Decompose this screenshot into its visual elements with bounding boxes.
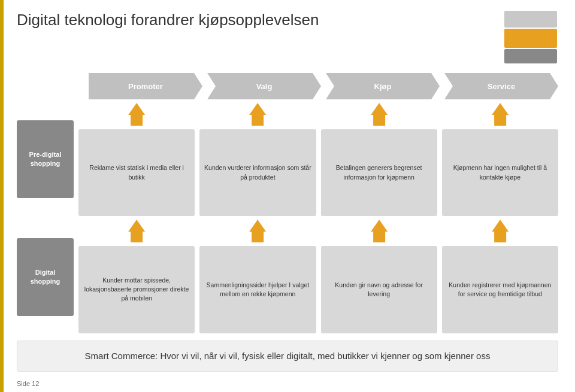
phase-kjop: Kjøp [326, 73, 440, 99]
up-arrow-icon-3d [442, 220, 558, 242]
page-footer: Side 12 [0, 378, 575, 392]
header: Digital teknologi forandrer kjøpsoppleve… [0, 0, 575, 69]
up-arrow-icon-2d [321, 220, 437, 242]
cells-area: Reklame vist statisk i media eller i but… [78, 103, 558, 333]
arrow-up-1-pre [199, 103, 316, 126]
arrow-up-0-dig [78, 220, 195, 242]
row-label-predigital: Pre-digital shopping [17, 120, 74, 198]
arrow-up-1-dig [199, 220, 316, 242]
page-title: Digital teknologi forandrer kjøpsoppleve… [17, 11, 504, 29]
col-3: Kjøpmenn har ingen mulighet til å kontak… [442, 103, 558, 333]
row-label-digital: Digital shopping [17, 238, 74, 316]
svg-marker-3 [249, 220, 266, 242]
phase-service: Service [444, 73, 558, 99]
cell-dig-0: Kunder mottar spissede, lokasjonsbaserte… [78, 246, 195, 333]
arrow-up-2-pre [321, 103, 437, 126]
up-arrow-icon-1 [199, 103, 316, 126]
phase-row: Promoter Valg Kjøp Service [0, 69, 575, 101]
up-arrow-icon-1d [199, 220, 316, 242]
arrow-up-3-dig [442, 220, 558, 242]
svg-marker-6 [492, 103, 509, 126]
svg-marker-0 [128, 103, 145, 126]
cell-dig-1: Sammenligningssider hjelper I valget mel… [199, 246, 316, 333]
svg-marker-2 [249, 103, 266, 126]
bottom-banner: Smart Commerce: Hvor vi vil, når vi vil,… [17, 341, 558, 372]
header-image-3 [504, 49, 557, 63]
up-arrow-icon-0 [78, 103, 195, 126]
phase-arrows: Promoter Valg Kjøp Service [89, 73, 558, 99]
cell-dig-2: Kunden gir navn og adresse for levering [321, 246, 437, 333]
rows-wrapper: Pre-digital shopping Digital shopping Re… [0, 101, 575, 336]
up-arrow-icon-0d [78, 220, 195, 242]
arrow-up-3-pre [442, 103, 558, 126]
col-0: Reklame vist statisk i media eller i but… [78, 103, 195, 333]
col-1: Kunden vurderer informasjon som står på … [199, 103, 316, 333]
label-column: Pre-digital shopping Digital shopping [17, 103, 74, 333]
arrow-up-2-dig [321, 220, 437, 242]
header-image-1 [504, 11, 557, 28]
svg-marker-7 [492, 220, 509, 242]
page: Digital teknologi forandrer kjøpsoppleve… [0, 0, 575, 392]
phase-valg: Valg [207, 73, 321, 99]
cell-pre-0: Reklame vist statisk i media eller i but… [78, 129, 195, 216]
svg-marker-5 [371, 220, 388, 242]
left-accent-bar [0, 0, 4, 392]
phase-promoter: Promoter [89, 73, 202, 99]
col-2: Betalingen generers begrenset informasjo… [321, 103, 437, 333]
header-image-2 [504, 29, 557, 48]
arrow-up-0-pre [78, 103, 195, 126]
up-arrow-icon-2 [321, 103, 437, 126]
header-images [504, 11, 558, 63]
cell-dig-3: Kunden registrerer med kjøpmannen for se… [442, 246, 558, 333]
up-arrow-icon-3 [442, 103, 558, 126]
cell-pre-3: Kjøpmenn har ingen mulighet til å kontak… [442, 129, 558, 216]
cell-pre-1: Kunden vurderer informasjon som står på … [199, 129, 316, 216]
svg-marker-1 [128, 220, 145, 242]
cell-pre-2: Betalingen generers begrenset informasjo… [321, 129, 437, 216]
svg-marker-4 [371, 103, 388, 126]
